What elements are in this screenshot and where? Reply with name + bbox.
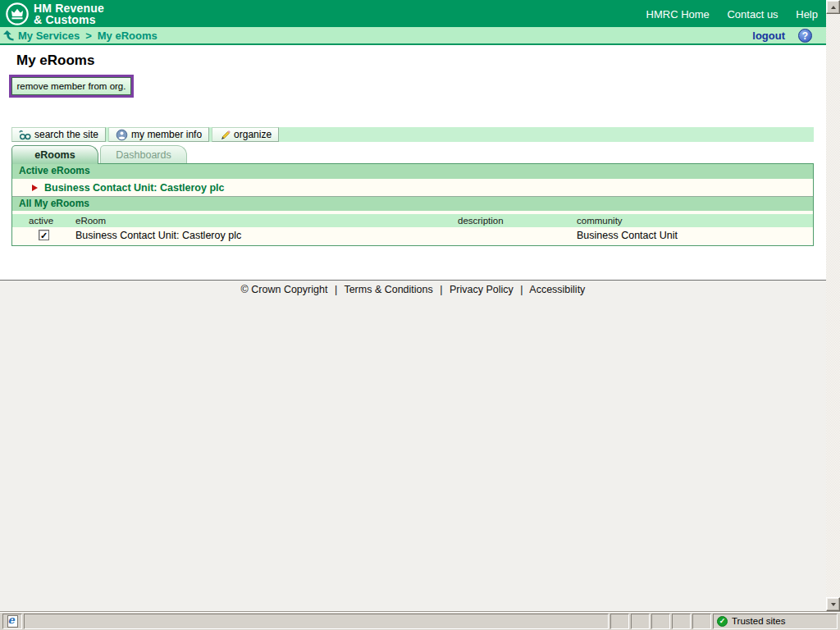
trusted-sites-check-icon: ✓: [717, 616, 728, 627]
scroll-down-button[interactable]: [826, 597, 840, 611]
status-panel: [692, 614, 711, 629]
table-header-row: active eRoom description community: [12, 214, 813, 227]
up-arrow-icon[interactable]: [3, 30, 14, 41]
tab-dashboards[interactable]: Dashboards: [100, 145, 187, 163]
table-row: ✓ Business Contact Unit: Castleroy plc B…: [12, 227, 813, 244]
organize-button[interactable]: organize: [212, 127, 279, 142]
cell-eroom: Business Contact Unit: Castleroy plc: [75, 230, 241, 241]
hmrc-logo: HM Revenue & Customs: [5, 2, 104, 26]
toolbar: search the site my member info organiz: [11, 127, 814, 142]
scroll-up-arrow-icon: [831, 6, 836, 9]
site-header: HM Revenue & Customs HMRC Home Contact u…: [0, 0, 826, 27]
security-zone-label: Trusted sites: [732, 616, 785, 626]
status-message-panel: [24, 614, 609, 629]
member-icon: [116, 129, 128, 141]
red-arrow-icon: [32, 185, 38, 191]
active-checkbox[interactable]: ✓: [39, 230, 49, 240]
search-the-site-label: search the site: [34, 129, 98, 140]
hmrc-home-link[interactable]: HMRC Home: [646, 8, 710, 21]
my-member-info-label: my member info: [131, 129, 202, 140]
active-eroom-link[interactable]: Business Contact Unit: Castleroy plc: [44, 182, 225, 194]
page-title: My eRooms: [16, 52, 94, 69]
active-erooms-header: Active eRooms: [12, 164, 813, 179]
scroll-down-arrow-icon: [831, 603, 836, 606]
browser-viewport: HM Revenue & Customs HMRC Home Contact u…: [0, 0, 840, 630]
breadcrumb-separator: >: [85, 30, 92, 42]
header-links: HMRC Home Contact us Help: [632, 8, 818, 21]
column-eroom: eRoom: [75, 216, 106, 226]
status-panel: [610, 614, 629, 629]
erooms-table: active eRoom description community ✓ Bus…: [12, 214, 813, 244]
erooms-panel: Active eRooms Business Contact Unit: Cas…: [11, 163, 814, 246]
remove-member-button[interactable]: remove member from org.: [11, 77, 131, 95]
footer-separator: |: [335, 284, 337, 295]
vertical-scrollbar[interactable]: [826, 0, 840, 611]
footer-separator: |: [520, 284, 523, 295]
tab-erooms[interactable]: eRooms: [11, 145, 98, 164]
breadcrumb: My Services > My eRooms logout ?: [0, 27, 826, 45]
help-icon[interactable]: ?: [798, 29, 812, 43]
crown-icon: [5, 2, 30, 26]
all-my-erooms-header: All My eRooms: [12, 196, 813, 211]
binoculars-icon: [19, 130, 31, 140]
active-eroom-row: Business Contact Unit: Castleroy plc: [12, 179, 813, 196]
logout-link[interactable]: logout: [752, 30, 785, 42]
status-bar: e ✓ Trusted sites: [0, 611, 840, 630]
tab-bar: eRooms Dashboards: [11, 145, 187, 164]
organize-label: organize: [234, 129, 272, 140]
column-community: community: [577, 216, 623, 226]
status-icon-panel: e: [2, 614, 22, 629]
cell-community: Business Contact Unit: [577, 230, 678, 241]
my-member-info-button[interactable]: my member info: [108, 127, 209, 142]
status-panel: [672, 614, 691, 629]
status-panel: [651, 614, 670, 629]
pencil-icon: [219, 129, 231, 140]
breadcrumb-my-erooms[interactable]: My eRooms: [98, 30, 158, 42]
security-zone-panel: ✓ Trusted sites: [713, 614, 838, 629]
search-the-site-button[interactable]: search the site: [11, 127, 106, 142]
column-description: description: [458, 216, 504, 226]
status-panel: [631, 614, 650, 629]
breadcrumb-my-services[interactable]: My Services: [18, 30, 80, 42]
logo-text: HM Revenue & Customs: [34, 2, 104, 25]
footer-separator: |: [440, 284, 442, 295]
accessibility-link[interactable]: Accessibility: [529, 284, 585, 295]
internet-explorer-page-icon: e: [7, 615, 18, 628]
footer: © Crown Copyright | Terms & Conditions |…: [0, 284, 826, 295]
annotation-highlight: remove member from org.: [9, 75, 134, 98]
terms-conditions-link[interactable]: Terms & Conditions: [344, 284, 432, 295]
crown-copyright-link[interactable]: © Crown Copyright: [241, 284, 328, 295]
column-active: active: [29, 216, 53, 226]
contact-us-link[interactable]: Contact us: [727, 8, 778, 21]
help-link[interactable]: Help: [796, 8, 818, 21]
page-lower-area: [0, 281, 826, 611]
scroll-up-button[interactable]: [826, 0, 840, 14]
privacy-policy-link[interactable]: Privacy Policy: [450, 284, 514, 295]
